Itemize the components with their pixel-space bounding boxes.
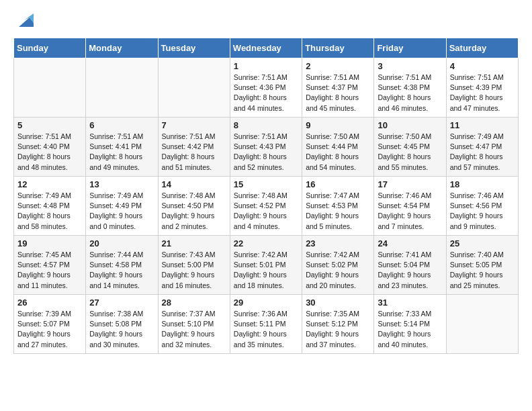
day-details: Sunrise: 7:41 AMSunset: 5:04 PMDaylight:… <box>378 250 442 291</box>
day-number: 24 <box>378 238 442 248</box>
calendar-cell: 26Sunrise: 7:39 AMSunset: 5:07 PMDayligh… <box>14 295 86 354</box>
day-details: Sunrise: 7:35 AMSunset: 5:12 PMDaylight:… <box>306 309 370 350</box>
calendar-cell: 3Sunrise: 7:51 AMSunset: 4:38 PMDaylight… <box>374 58 446 118</box>
day-number: 18 <box>450 179 515 189</box>
calendar-cell: 18Sunrise: 7:46 AMSunset: 4:56 PMDayligh… <box>446 177 518 236</box>
day-number: 16 <box>306 179 370 189</box>
day-number: 30 <box>306 298 370 308</box>
col-header-wednesday: Wednesday <box>230 38 302 58</box>
day-number: 1 <box>234 61 298 71</box>
col-header-monday: Monday <box>86 38 158 58</box>
day-number: 7 <box>162 120 226 130</box>
calendar-cell: 13Sunrise: 7:49 AMSunset: 4:49 PMDayligh… <box>86 177 158 236</box>
day-number: 11 <box>450 120 515 130</box>
day-details: Sunrise: 7:48 AMSunset: 4:52 PMDaylight:… <box>234 191 298 232</box>
day-number: 3 <box>378 61 442 71</box>
day-details: Sunrise: 7:50 AMSunset: 4:45 PMDaylight:… <box>378 132 442 173</box>
day-number: 5 <box>17 120 82 130</box>
day-number: 2 <box>306 61 370 71</box>
day-number: 23 <box>306 238 370 248</box>
calendar-cell: 25Sunrise: 7:40 AMSunset: 5:05 PMDayligh… <box>446 236 518 295</box>
calendar-cell: 15Sunrise: 7:48 AMSunset: 4:52 PMDayligh… <box>230 177 302 236</box>
day-number: 17 <box>378 179 442 189</box>
logo-icon <box>15 11 34 30</box>
calendar-cell: 12Sunrise: 7:49 AMSunset: 4:48 PMDayligh… <box>14 177 86 236</box>
day-details: Sunrise: 7:51 AMSunset: 4:42 PMDaylight:… <box>162 132 226 173</box>
calendar-cell: 5Sunrise: 7:51 AMSunset: 4:40 PMDaylight… <box>14 118 86 177</box>
day-number: 20 <box>89 238 154 248</box>
day-details: Sunrise: 7:51 AMSunset: 4:39 PMDaylight:… <box>450 73 515 113</box>
calendar-cell <box>158 58 230 118</box>
calendar-cell: 27Sunrise: 7:38 AMSunset: 5:08 PMDayligh… <box>86 295 158 354</box>
calendar-cell: 30Sunrise: 7:35 AMSunset: 5:12 PMDayligh… <box>302 295 374 354</box>
day-details: Sunrise: 7:49 AMSunset: 4:48 PMDaylight:… <box>17 191 82 232</box>
calendar-cell: 22Sunrise: 7:42 AMSunset: 5:01 PMDayligh… <box>230 236 302 295</box>
day-details: Sunrise: 7:49 AMSunset: 4:49 PMDaylight:… <box>89 191 154 232</box>
day-number: 22 <box>234 238 298 248</box>
day-details: Sunrise: 7:42 AMSunset: 5:01 PMDaylight:… <box>234 250 298 291</box>
day-details: Sunrise: 7:46 AMSunset: 4:54 PMDaylight:… <box>378 191 442 232</box>
calendar-cell: 4Sunrise: 7:51 AMSunset: 4:39 PMDaylight… <box>446 58 518 118</box>
day-details: Sunrise: 7:36 AMSunset: 5:11 PMDaylight:… <box>234 309 298 350</box>
day-details: Sunrise: 7:51 AMSunset: 4:36 PMDaylight:… <box>234 73 298 113</box>
day-details: Sunrise: 7:46 AMSunset: 4:56 PMDaylight:… <box>450 191 515 232</box>
day-details: Sunrise: 7:49 AMSunset: 4:47 PMDaylight:… <box>450 132 515 173</box>
day-details: Sunrise: 7:47 AMSunset: 4:53 PMDaylight:… <box>306 191 370 232</box>
day-details: Sunrise: 7:39 AMSunset: 5:07 PMDaylight:… <box>17 309 82 350</box>
day-number: 12 <box>17 179 82 189</box>
day-details: Sunrise: 7:37 AMSunset: 5:10 PMDaylight:… <box>162 309 226 350</box>
calendar-cell: 2Sunrise: 7:51 AMSunset: 4:37 PMDaylight… <box>302 58 374 118</box>
day-details: Sunrise: 7:44 AMSunset: 4:58 PMDaylight:… <box>89 250 154 291</box>
day-details: Sunrise: 7:51 AMSunset: 4:43 PMDaylight:… <box>234 132 298 173</box>
day-number: 10 <box>378 120 442 130</box>
calendar-cell: 9Sunrise: 7:50 AMSunset: 4:44 PMDaylight… <box>302 118 374 177</box>
day-details: Sunrise: 7:51 AMSunset: 4:41 PMDaylight:… <box>89 132 154 173</box>
calendar-cell: 10Sunrise: 7:50 AMSunset: 4:45 PMDayligh… <box>374 118 446 177</box>
day-details: Sunrise: 7:42 AMSunset: 5:02 PMDaylight:… <box>306 250 370 291</box>
calendar-cell: 14Sunrise: 7:48 AMSunset: 4:50 PMDayligh… <box>158 177 230 236</box>
calendar-cell: 20Sunrise: 7:44 AMSunset: 4:58 PMDayligh… <box>86 236 158 295</box>
calendar-cell <box>446 295 518 354</box>
day-details: Sunrise: 7:51 AMSunset: 4:38 PMDaylight:… <box>378 73 442 113</box>
day-number: 9 <box>306 120 370 130</box>
day-number: 31 <box>378 298 442 308</box>
calendar-cell: 8Sunrise: 7:51 AMSunset: 4:43 PMDaylight… <box>230 118 302 177</box>
day-number: 14 <box>162 179 226 189</box>
col-header-friday: Friday <box>374 38 446 58</box>
day-details: Sunrise: 7:48 AMSunset: 4:50 PMDaylight:… <box>162 191 226 232</box>
day-number: 27 <box>89 298 154 308</box>
day-details: Sunrise: 7:51 AMSunset: 4:40 PMDaylight:… <box>17 132 82 173</box>
day-number: 6 <box>89 120 154 130</box>
col-header-thursday: Thursday <box>302 38 374 58</box>
day-number: 4 <box>450 61 515 71</box>
calendar-cell <box>86 58 158 118</box>
col-header-sunday: Sunday <box>14 38 86 58</box>
day-details: Sunrise: 7:50 AMSunset: 4:44 PMDaylight:… <box>306 132 370 173</box>
calendar-cell: 1Sunrise: 7:51 AMSunset: 4:36 PMDaylight… <box>230 58 302 118</box>
day-number: 25 <box>450 238 515 248</box>
day-number: 8 <box>234 120 298 130</box>
day-details: Sunrise: 7:38 AMSunset: 5:08 PMDaylight:… <box>89 309 154 350</box>
col-header-tuesday: Tuesday <box>158 38 230 58</box>
day-number: 28 <box>162 298 226 308</box>
calendar-table: SundayMondayTuesdayWednesdayThursdayFrid… <box>13 38 519 354</box>
calendar-cell: 31Sunrise: 7:33 AMSunset: 5:14 PMDayligh… <box>374 295 446 354</box>
calendar-cell: 28Sunrise: 7:37 AMSunset: 5:10 PMDayligh… <box>158 295 230 354</box>
page-header <box>13 11 519 30</box>
calendar-cell: 24Sunrise: 7:41 AMSunset: 5:04 PMDayligh… <box>374 236 446 295</box>
day-details: Sunrise: 7:40 AMSunset: 5:05 PMDaylight:… <box>450 250 515 291</box>
day-details: Sunrise: 7:45 AMSunset: 4:57 PMDaylight:… <box>17 250 82 291</box>
calendar-cell: 29Sunrise: 7:36 AMSunset: 5:11 PMDayligh… <box>230 295 302 354</box>
calendar-cell: 23Sunrise: 7:42 AMSunset: 5:02 PMDayligh… <box>302 236 374 295</box>
calendar-cell <box>14 58 86 118</box>
day-details: Sunrise: 7:43 AMSunset: 5:00 PMDaylight:… <box>162 250 226 291</box>
calendar-cell: 19Sunrise: 7:45 AMSunset: 4:57 PMDayligh… <box>14 236 86 295</box>
day-number: 19 <box>17 238 82 248</box>
logo <box>13 11 34 30</box>
day-number: 13 <box>89 179 154 189</box>
calendar-cell: 6Sunrise: 7:51 AMSunset: 4:41 PMDaylight… <box>86 118 158 177</box>
day-number: 21 <box>162 238 226 248</box>
day-number: 26 <box>17 298 82 308</box>
calendar-cell: 21Sunrise: 7:43 AMSunset: 5:00 PMDayligh… <box>158 236 230 295</box>
day-number: 15 <box>234 179 298 189</box>
